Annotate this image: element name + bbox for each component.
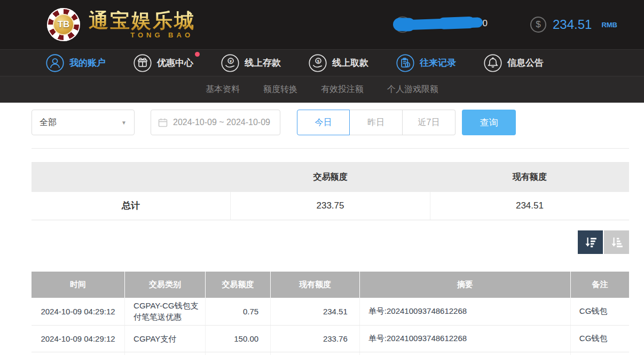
transactions-table: 时间 交易类别 交易额度 现有额度 摘要 备注 2024-10-09 04:29…	[32, 272, 629, 355]
summary-total-row: 总计 233.75 234.51	[32, 192, 629, 220]
nav-item-withdraw[interactable]: $ 线上取款	[309, 54, 368, 72]
balance-display: $ 234.51 RMB	[530, 17, 617, 33]
username-visible-fragment: 0	[483, 18, 488, 29]
calendar-icon	[158, 117, 168, 128]
deposit-icon: ¥	[221, 54, 239, 72]
svg-text:¥: ¥	[230, 58, 232, 63]
balance-amount: 234.51	[553, 17, 592, 32]
svg-text:$: $	[317, 58, 320, 63]
account-sub-navigation: 基本资料 额度转换 有效投注额 个人游戏限额	[0, 76, 644, 103]
table-row	[32, 352, 629, 355]
date-range-value: 2024-10-09 ~ 2024-10-09	[173, 118, 270, 127]
col-header-type: 交易类别	[125, 272, 206, 298]
subnav-item-basic-info[interactable]: 基本资料	[206, 84, 240, 95]
cell-time: 2024-10-09 04:29:12	[32, 298, 125, 326]
cell-summary: 单号:202410093748612268	[359, 326, 570, 352]
records-page-content: 全部 ▼ 2024-10-09 ~ 2024-10-09 今日 昨日 近7日 查…	[32, 110, 629, 355]
yesterday-button[interactable]: 昨日	[350, 110, 403, 135]
subnav-item-game-limits[interactable]: 个人游戏限额	[387, 84, 438, 95]
chevron-down-icon: ▼	[121, 120, 127, 126]
cell-empty	[359, 352, 570, 355]
chip-monogram: TB	[53, 14, 74, 35]
cell-note: CG钱包	[570, 326, 629, 352]
summary-header-empty	[32, 162, 231, 192]
sort-amount-desc-icon	[584, 235, 598, 249]
quick-range-button-group: 今日 昨日 近7日	[297, 110, 455, 135]
user-icon	[46, 54, 64, 72]
col-header-balance: 现有额度	[271, 272, 360, 298]
summary-table: 交易额度 现有额度 总计 233.75 234.51	[32, 162, 629, 220]
nav-label: 往来记录	[420, 57, 456, 69]
cell-amount: 150.00	[206, 326, 271, 352]
nav-label: 信息公告	[507, 57, 544, 69]
cell-empty	[32, 352, 125, 355]
notification-dot-badge	[195, 52, 200, 57]
cell-empty	[271, 352, 360, 355]
main-navigation: 我的账户 优惠中心 ¥ 线上存款	[0, 49, 644, 76]
sort-ascending-button[interactable]	[604, 230, 629, 254]
nav-item-deposit[interactable]: ¥ 线上存款	[221, 54, 281, 72]
top-banner: TB 通宝娱乐城 TONG BAO 0 $ 234.51 RMB	[0, 0, 644, 49]
nav-item-announcements[interactable]: 信息公告	[484, 54, 544, 72]
nav-label: 线上存款	[245, 57, 281, 69]
cell-summary: 单号:202410093748612268	[359, 298, 570, 326]
cell-amount: 0.75	[206, 298, 271, 326]
table-row: 2024-10-09 04:29:12 CGPAY-CG钱包支付笔笔送优惠 0.…	[32, 298, 629, 326]
cell-balance: 234.51	[271, 298, 360, 326]
filter-bar: 全部 ▼ 2024-10-09 ~ 2024-10-09 今日 昨日 近7日 查…	[32, 110, 629, 135]
summary-total-label: 总计	[32, 192, 231, 220]
section-divider	[32, 148, 629, 149]
cell-balance: 233.76	[271, 326, 360, 352]
cell-note: CG钱包	[570, 298, 629, 326]
site-title-latin: TONG BAO	[130, 32, 193, 38]
subnav-item-valid-bets[interactable]: 有效投注额	[321, 84, 364, 95]
cell-type: CGPAY-CG钱包支付笔笔送优惠	[125, 298, 206, 326]
cell-empty	[125, 352, 206, 355]
cell-empty	[206, 352, 271, 355]
col-header-time: 时间	[32, 272, 125, 298]
table-row: 2024-10-09 04:29:12 CGPAY支付 150.00 233.7…	[32, 326, 629, 352]
date-range-input[interactable]: 2024-10-09 ~ 2024-10-09	[151, 110, 280, 135]
sort-descending-button[interactable]	[578, 230, 603, 254]
dollar-circle-icon: $	[530, 17, 546, 33]
nav-label: 优惠中心	[157, 57, 193, 69]
poker-chip-logo-icon: TB	[47, 8, 80, 41]
col-header-note: 备注	[570, 272, 629, 298]
selected-type-value: 全部	[40, 117, 57, 128]
sort-controls	[32, 230, 629, 254]
nav-item-my-account[interactable]: 我的账户	[46, 54, 106, 72]
col-header-summary: 摘要	[359, 272, 570, 298]
sort-amount-asc-icon	[610, 235, 624, 249]
site-title: 通宝娱乐城	[89, 11, 195, 30]
today-button[interactable]: 今日	[297, 110, 350, 135]
site-logo[interactable]: TB 通宝娱乐城 TONG BAO	[47, 8, 195, 41]
gift-icon	[133, 54, 152, 72]
subnav-item-credit-transfer[interactable]: 额度转换	[263, 84, 297, 95]
transaction-type-select[interactable]: 全部 ▼	[32, 110, 135, 135]
records-icon	[396, 54, 414, 72]
summary-current-total: 234.51	[430, 192, 629, 220]
last7days-button[interactable]: 近7日	[403, 110, 455, 135]
col-header-amount: 交易额度	[206, 272, 271, 298]
nav-item-records[interactable]: 往来记录	[396, 54, 456, 72]
cell-type: CGPAY支付	[125, 326, 206, 352]
summary-transaction-total: 233.75	[231, 192, 430, 220]
redaction-scribble	[397, 17, 483, 30]
query-button[interactable]: 查询	[462, 110, 516, 135]
username-display[interactable]: 0	[394, 14, 493, 35]
cell-time: 2024-10-09 04:29:12	[32, 326, 125, 352]
nav-label: 我的账户	[69, 57, 106, 69]
withdraw-icon: $	[309, 54, 327, 72]
summary-header-current: 现有额度	[430, 162, 629, 192]
nav-item-promotions[interactable]: 优惠中心	[133, 54, 193, 72]
transactions-header-row: 时间 交易类别 交易额度 现有额度 摘要 备注	[32, 272, 629, 298]
cell-empty	[570, 352, 629, 355]
summary-header-transaction: 交易额度	[231, 162, 430, 192]
balance-currency: RMB	[601, 21, 617, 29]
nav-label: 线上取款	[332, 57, 368, 69]
bell-icon	[484, 54, 502, 72]
